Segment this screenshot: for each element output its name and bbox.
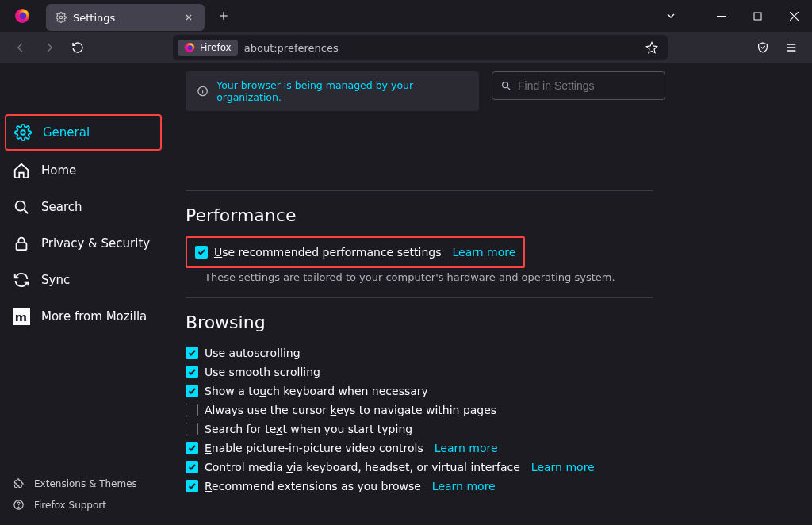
browsing-heading: Browsing: [186, 312, 793, 332]
puzzle-icon: [13, 477, 25, 489]
navigation-toolbar: Firefox about:preferences: [0, 32, 812, 63]
shield-icon: [756, 41, 769, 54]
browsing-option-label: Use autoscrolling: [205, 347, 301, 359]
star-icon: [645, 41, 658, 54]
plus-icon: [218, 10, 229, 21]
browsing-checkbox[interactable]: [186, 366, 198, 378]
tabs-dropdown-button[interactable]: [658, 3, 684, 29]
maximize-icon: [753, 12, 762, 21]
app-menu-button[interactable]: [779, 35, 804, 60]
titlebar: Settings: [0, 0, 812, 32]
learn-more-link[interactable]: Learn more: [432, 480, 496, 492]
divider: [186, 297, 653, 298]
home-icon: [13, 162, 30, 179]
help-icon: [13, 499, 25, 511]
managed-notice[interactable]: Your browser is being managed by your or…: [186, 71, 479, 111]
category-label: Search: [41, 200, 82, 214]
footer-label: Firefox Support: [34, 500, 106, 511]
identity-label: Firefox: [200, 42, 232, 53]
reload-button[interactable]: [65, 35, 90, 60]
browsing-options: Use autoscrollingUse smooth scrollingSho…: [186, 343, 793, 496]
category-more-mozilla[interactable]: m More from Mozilla: [5, 300, 162, 333]
window-minimize-button[interactable]: [703, 0, 739, 32]
new-tab-button[interactable]: [213, 5, 235, 27]
browsing-option-label: Show a touch keyboard when necessary: [205, 385, 428, 397]
browsing-checkbox[interactable]: [186, 404, 198, 416]
url-bar[interactable]: Firefox about:preferences: [173, 35, 668, 60]
browsing-checkbox[interactable]: [186, 480, 198, 492]
browsing-option-label: Control media via keyboard, headset, or …: [205, 461, 520, 473]
categories-sidebar: General Home Search Privacy & Security S…: [0, 63, 167, 525]
category-label: Privacy & Security: [41, 236, 150, 251]
learn-more-link[interactable]: Learn more: [435, 442, 498, 454]
back-button[interactable]: [8, 35, 33, 60]
footer-label: Extensions & Themes: [34, 478, 137, 489]
settings-search[interactable]: [492, 71, 665, 100]
use-recommended-label: UUse recommended performance settingsse …: [214, 246, 441, 259]
category-home[interactable]: Home: [5, 154, 162, 187]
bookmark-button[interactable]: [641, 36, 663, 59]
browsing-option-row: Control media via keyboard, headset, or …: [186, 458, 793, 477]
arrow-right-icon: [43, 41, 56, 54]
browsing-checkbox[interactable]: [186, 347, 198, 359]
browser-tab[interactable]: Settings: [46, 4, 205, 31]
use-recommended-checkbox[interactable]: [195, 246, 208, 259]
managed-notice-text: Your browser is being managed by your or…: [216, 79, 468, 103]
browsing-option-label: Always use the cursor keys to navigate w…: [205, 404, 496, 416]
svg-point-7: [16, 201, 25, 211]
hamburger-icon: [785, 41, 798, 54]
svg-point-5: [188, 45, 193, 50]
browsing-option-row: Enable picture-in-picture video controls…: [186, 439, 793, 458]
tab-close-button[interactable]: [181, 10, 197, 25]
window-maximize-button[interactable]: [739, 0, 776, 32]
browsing-option-row: Always use the cursor keys to navigate w…: [186, 400, 793, 420]
performance-subnote: These settings are tailored to your comp…: [205, 271, 793, 283]
minimize-icon: [717, 12, 726, 21]
url-text: about:preferences: [244, 42, 641, 54]
window-close-button[interactable]: [776, 0, 812, 32]
close-icon: [790, 12, 799, 21]
settings-search-input[interactable]: [518, 79, 657, 92]
svg-point-14: [503, 82, 508, 88]
browsing-option-label: Use smooth scrolling: [205, 366, 320, 378]
svg-point-12: [18, 507, 19, 508]
firefox-support-link[interactable]: Firefox Support: [5, 494, 162, 515]
settings-main: Your browser is being managed by your or…: [167, 63, 812, 525]
tab-title: Settings: [73, 12, 174, 24]
browsing-checkbox[interactable]: [186, 442, 198, 454]
identity-box[interactable]: Firefox: [178, 40, 238, 56]
category-sync[interactable]: Sync: [5, 263, 162, 297]
svg-text:m: m: [15, 310, 27, 324]
sync-icon: [13, 271, 30, 289]
extensions-themes-link[interactable]: Extensions & Themes: [5, 473, 162, 494]
gear-icon: [14, 124, 32, 141]
browsing-option-label: Search for text when you start typing: [205, 423, 412, 435]
category-general[interactable]: General: [5, 114, 162, 151]
category-label: Home: [41, 163, 76, 178]
svg-point-1: [20, 13, 27, 20]
preferences-content: General Home Search Privacy & Security S…: [0, 63, 812, 525]
performance-learn-more-link[interactable]: Learn more: [452, 246, 515, 259]
pocket-button[interactable]: [750, 35, 776, 60]
performance-heading: Performance: [186, 205, 793, 225]
firefox-logo-icon: [184, 42, 195, 53]
category-search[interactable]: Search: [5, 190, 162, 224]
browsing-option-row: Use autoscrolling: [186, 343, 793, 362]
reload-icon: [71, 41, 84, 54]
browsing-option-row: Search for text when you start typing: [186, 420, 793, 439]
svg-rect-8: [17, 243, 27, 250]
svg-point-6: [21, 130, 25, 135]
firefox-logo-icon: [14, 8, 30, 24]
browsing-checkbox[interactable]: [186, 423, 198, 435]
browsing-checkbox[interactable]: [186, 385, 198, 397]
forward-button[interactable]: [36, 35, 62, 60]
category-privacy[interactable]: Privacy & Security: [5, 227, 162, 260]
browsing-option-label: Recommend extensions as you browse: [205, 480, 421, 492]
svg-rect-3: [754, 13, 761, 20]
learn-more-link[interactable]: Learn more: [531, 461, 595, 473]
lock-icon: [13, 235, 30, 252]
mozilla-icon: m: [13, 308, 30, 325]
search-icon: [13, 198, 30, 216]
browsing-option-label: Enable picture-in-picture video controls: [205, 442, 423, 454]
browsing-checkbox[interactable]: [186, 461, 198, 473]
